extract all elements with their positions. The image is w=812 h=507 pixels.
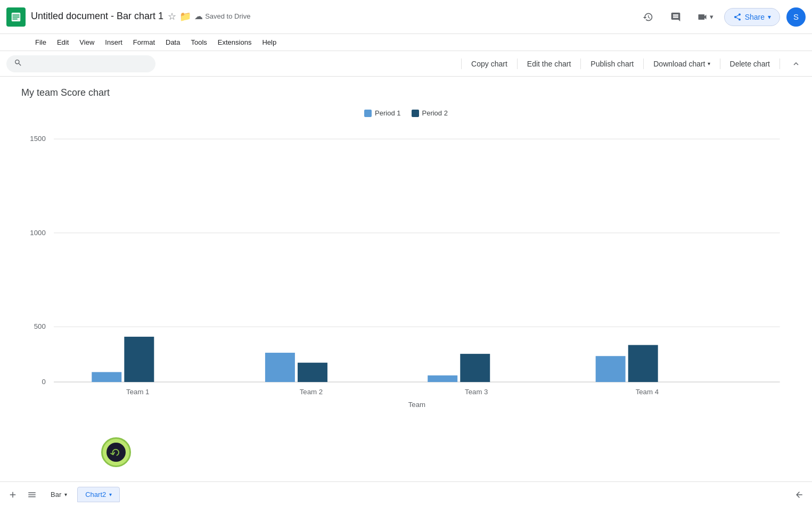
svg-text:Team: Team: [408, 401, 425, 409]
topbar-right: ▾ Share ▾ S: [637, 6, 806, 28]
bottom-right: [791, 486, 808, 503]
svg-text:Team 1: Team 1: [126, 388, 149, 396]
svg-rect-18: [428, 376, 457, 382]
sep6: [780, 59, 780, 69]
menu-item-help[interactable]: Help: [257, 36, 282, 48]
svg-text:500: 500: [34, 322, 46, 330]
user-avatar[interactable]: S: [786, 7, 806, 27]
delete-chart-button[interactable]: Delete chart: [723, 56, 777, 71]
bottom-bar: Bar ▾ Chart2 ▾: [0, 481, 812, 507]
svg-rect-13: [124, 337, 154, 382]
cloud-icon: ☁: [194, 11, 203, 21]
copy-chart-label: Copy chart: [471, 60, 507, 68]
star-icon[interactable]: ☆: [168, 11, 176, 22]
sep1: [461, 59, 462, 69]
svg-text:1000: 1000: [30, 229, 45, 237]
collapse-button[interactable]: [786, 54, 806, 73]
download-chart-button[interactable]: Download chart ▾: [646, 56, 717, 71]
svg-rect-22: [628, 345, 658, 383]
bar-sheet-tab[interactable]: Bar ▾: [43, 487, 75, 502]
svg-rect-21: [596, 356, 626, 382]
meet-btn[interactable]: ▾: [693, 9, 718, 26]
svg-rect-16: [298, 363, 327, 382]
svg-rect-3: [13, 18, 18, 19]
edit-chart-label: Edit the chart: [527, 60, 571, 68]
doc-title-area: Untitled document - Bar chart 1 ☆ 📁 ☁ Sa…: [31, 11, 632, 23]
svg-rect-19: [460, 354, 490, 382]
edit-chart-button[interactable]: Edit the chart: [520, 56, 579, 71]
app-icon[interactable]: [6, 7, 26, 27]
history-icon-btn[interactable]: [637, 6, 659, 28]
menu-item-tools[interactable]: Tools: [185, 36, 212, 48]
document-title[interactable]: Untitled document - Bar chart 1: [31, 11, 163, 22]
chart-actions: Copy chart Edit the chart Publish chart …: [459, 54, 806, 73]
delete-chart-label: Delete chart: [730, 60, 770, 68]
menu-bar-row: FileEditViewInsertFormatDataToolsExtensi…: [0, 34, 812, 51]
download-chart-label: Download chart: [653, 60, 705, 68]
menu-item-insert[interactable]: Insert: [100, 36, 128, 48]
svg-rect-1: [13, 14, 20, 15]
legend-item: Period 2: [412, 109, 448, 117]
search-input[interactable]: [27, 60, 148, 68]
chart-container: 1500 1000 500 0 Team 1 Team 2: [21, 122, 791, 452]
chart-title: My team Score chart: [21, 87, 791, 98]
svg-text:Team 2: Team 2: [300, 388, 323, 396]
publish-chart-button[interactable]: Publish chart: [583, 56, 641, 71]
menu-item-file[interactable]: File: [30, 36, 52, 48]
chart2-tab-arrow: ▾: [109, 492, 112, 497]
svg-text:0: 0: [42, 378, 45, 386]
svg-rect-2: [13, 16, 20, 18]
svg-rect-12: [92, 372, 121, 382]
svg-text:Team 3: Team 3: [465, 388, 488, 396]
add-sheet-button[interactable]: [4, 486, 21, 503]
search-box[interactable]: [6, 55, 155, 72]
chart-svg: 1500 1000 500 0 Team 1 Team 2: [21, 122, 791, 410]
publish-chart-label: Publish chart: [590, 60, 634, 68]
share-label: Share: [745, 13, 765, 21]
search-icon: [14, 59, 22, 69]
chart2-tab-label: Chart2: [85, 491, 106, 498]
sheets-menu-button[interactable]: [23, 486, 40, 503]
menu-item-format[interactable]: Format: [128, 36, 160, 48]
menu-item-edit[interactable]: Edit: [52, 36, 74, 48]
share-button[interactable]: Share ▾: [724, 8, 780, 26]
chart-toolbar: Copy chart Edit the chart Publish chart …: [0, 51, 812, 77]
menu-item-data[interactable]: Data: [160, 36, 185, 48]
comments-icon-btn[interactable]: [665, 6, 686, 28]
download-chevron-icon: ▾: [708, 61, 710, 67]
sep3: [580, 59, 581, 69]
chart-legend: Period 1Period 2: [21, 109, 791, 117]
chart2-sheet-tab[interactable]: Chart2 ▾: [77, 487, 120, 502]
menu-item-extensions[interactable]: Extensions: [212, 36, 257, 48]
svg-text:1500: 1500: [30, 135, 45, 143]
copy-chart-button[interactable]: Copy chart: [464, 56, 515, 71]
title-icons: ☆ 📁 ☁ Saved to Drive: [168, 11, 250, 22]
menu-item-view[interactable]: View: [74, 36, 100, 48]
sep5: [720, 59, 720, 69]
main-content: My team Score chart Period 1Period 2 150…: [0, 77, 812, 463]
bar-tab-label: Bar: [51, 491, 61, 498]
top-bar: Untitled document - Bar chart 1 ☆ 📁 ☁ Sa…: [0, 0, 812, 34]
bar-tab-arrow: ▾: [64, 492, 67, 497]
sep4: [643, 59, 644, 69]
svg-text:Team 4: Team 4: [636, 388, 659, 396]
legend-item: Period 1: [364, 109, 400, 117]
saved-status: ☁ Saved to Drive: [194, 11, 250, 21]
sep2: [517, 59, 518, 69]
collapse-bottom-button[interactable]: [791, 486, 808, 503]
folder-icon[interactable]: 📁: [179, 11, 191, 22]
svg-rect-15: [265, 353, 295, 382]
